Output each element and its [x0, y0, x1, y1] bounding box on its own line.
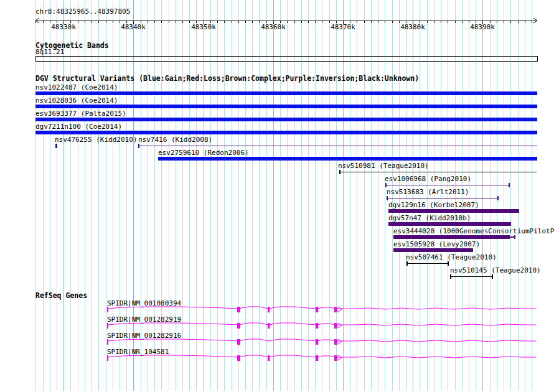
gene-strand-arrow-icon: [338, 307, 342, 312]
variant-label[interactable]: dgv7211n100 (Coe2014): [35, 123, 122, 131]
variant-glyph[interactable]: [388, 209, 519, 213]
gene-glyph[interactable]: [107, 307, 536, 312]
variant-span-line[interactable]: [406, 263, 448, 264]
gene-glyph[interactable]: [107, 355, 536, 361]
variant-bar[interactable]: [388, 222, 511, 226]
gene-exon[interactable]: [237, 323, 240, 329]
variant-label[interactable]: dgv129n16 (Korbel2007): [388, 202, 479, 209]
gene-label[interactable]: SPIDR|NM_001282919: [107, 316, 181, 324]
gene-glyph[interactable]: [107, 339, 536, 345]
region-coordinates: chr8:48325965..48397805: [35, 8, 130, 16]
variant-bar[interactable]: [393, 235, 510, 239]
variant-bar[interactable]: [35, 118, 537, 121]
gene-exon[interactable]: [237, 339, 240, 345]
gene-start-bracket[interactable]: [107, 355, 108, 361]
variant-label[interactable]: nsv1028036 (Coe2014): [35, 97, 118, 105]
ruler-tick-label: 48390k: [469, 24, 496, 31]
variant-label[interactable]: nsv507461 (Teague2010): [406, 254, 497, 261]
section-title-dgv-structural-variants: DGV Structural Variants (Blue:Gain;Red:L…: [35, 75, 419, 82]
gene-glyph[interactable]: [107, 323, 536, 329]
variant-right-bracket[interactable]: [492, 274, 493, 279]
variant-left-bracket[interactable]: [339, 170, 340, 174]
variant-glyph[interactable]: [393, 235, 515, 239]
gene-start-bracket[interactable]: [107, 307, 108, 312]
variant-label[interactable]: nsv7416 (Kidd2008): [138, 136, 212, 144]
variant-point-tick[interactable]: [55, 144, 57, 148]
genome-browser-view: chr8:48325965..48397805 Cytogenetic Band…: [0, 0, 554, 392]
variant-left-bracket[interactable]: [138, 144, 139, 148]
variant-bar[interactable]: [393, 248, 473, 252]
gene-exon[interactable]: [316, 339, 318, 345]
gene-start-bracket[interactable]: [107, 323, 108, 329]
variant-glyph[interactable]: [138, 144, 537, 148]
variant-right-bracket[interactable]: [497, 196, 499, 200]
variant-bar[interactable]: [35, 105, 537, 108]
gene-label[interactable]: SPIDR|NM_001080394: [107, 300, 181, 307]
variant-glyph[interactable]: [393, 248, 473, 252]
gene-exon[interactable]: [268, 323, 270, 329]
variant-left-bracket[interactable]: [406, 261, 408, 266]
gene-label[interactable]: SPIDR|NR_104581: [107, 348, 169, 356]
variant-span-line[interactable]: [339, 172, 537, 172]
ruler-tick-label: 48360k: [260, 24, 287, 31]
gene-exon[interactable]: [334, 339, 337, 345]
variant-label[interactable]: esv3693377 (Palta2015): [35, 110, 126, 118]
variant-extension-line[interactable]: [510, 236, 515, 238]
variant-glyph[interactable]: [339, 170, 537, 174]
ruler-tick-label: 48370k: [329, 24, 357, 31]
gene-exon[interactable]: [316, 323, 318, 329]
ruler-tick-label: 48340k: [120, 24, 147, 31]
variant-right-bracket[interactable]: [448, 261, 449, 266]
variant-glyph[interactable]: [35, 131, 537, 134]
variant-label[interactable]: esv1505928 (Levy2007): [393, 241, 480, 248]
variant-label[interactable]: nsv476255 (Kidd2010): [55, 136, 137, 144]
section-title-refseq-genes: RefSeq Genes: [35, 292, 87, 299]
variant-glyph[interactable]: [158, 157, 537, 161]
variant-label[interactable]: dgv57n47 (Kidd2010b): [388, 215, 471, 222]
gene-strand-arrow-icon: [338, 355, 342, 360]
variant-end-bracket[interactable]: [514, 235, 515, 239]
variant-bar[interactable]: [158, 157, 537, 161]
gene-intron-line[interactable]: [107, 355, 536, 358]
variant-span-line[interactable]: [450, 276, 492, 277]
variant-glyph[interactable]: [387, 196, 499, 200]
variant-label[interactable]: esv1006968 (Pang2010): [385, 175, 471, 183]
variant-glyph[interactable]: [450, 274, 493, 279]
gene-start-bracket[interactable]: [107, 339, 108, 345]
gene-exon[interactable]: [237, 355, 240, 361]
gene-exon[interactable]: [316, 307, 318, 312]
variant-right-bracket[interactable]: [509, 183, 510, 187]
gene-exon[interactable]: [316, 355, 318, 361]
ruler-tick-label: 48350k: [190, 24, 217, 31]
ruler-tick-label: 48380k: [399, 24, 426, 31]
variant-label[interactable]: esv2759610 (Redon2006): [158, 149, 249, 157]
variant-left-bracket[interactable]: [450, 274, 451, 279]
cytoband-label[interactable]: 8q11.21: [35, 49, 64, 56]
track-canvas: [0, 0, 554, 392]
variant-bar[interactable]: [388, 209, 519, 213]
variant-span-line[interactable]: [385, 185, 509, 185]
variant-span-line[interactable]: [387, 198, 498, 198]
gene-exon[interactable]: [334, 307, 337, 312]
variant-span-line[interactable]: [138, 146, 537, 146]
gene-exon[interactable]: [268, 307, 270, 312]
variant-label[interactable]: nsv510981 (Teague2010): [338, 162, 429, 170]
variant-bar[interactable]: [35, 131, 537, 134]
gene-exon[interactable]: [268, 355, 270, 361]
variant-glyph[interactable]: [388, 222, 511, 226]
variant-glyph[interactable]: [35, 91, 537, 95]
gene-exon[interactable]: [237, 307, 240, 312]
variant-glyph[interactable]: [35, 105, 537, 108]
variant-label[interactable]: nsv510145 (Teague2010): [450, 267, 541, 274]
gene-exon[interactable]: [334, 355, 337, 361]
variant-bar[interactable]: [35, 91, 537, 95]
variant-glyph[interactable]: [35, 118, 537, 121]
gene-exon[interactable]: [334, 323, 337, 329]
variant-label[interactable]: esv3444020 (1000GenomesConsortiumPilotPr…: [393, 228, 554, 235]
variant-label[interactable]: nsv1022487 (Coe2014): [35, 84, 118, 91]
variant-left-bracket[interactable]: [387, 196, 388, 200]
gene-label[interactable]: SPIDR|NM_001282916: [107, 332, 181, 340]
variant-glyph[interactable]: [55, 144, 57, 148]
variant-left-bracket[interactable]: [385, 183, 387, 187]
variant-label[interactable]: nsv513683 (Arlt2011): [387, 189, 469, 196]
